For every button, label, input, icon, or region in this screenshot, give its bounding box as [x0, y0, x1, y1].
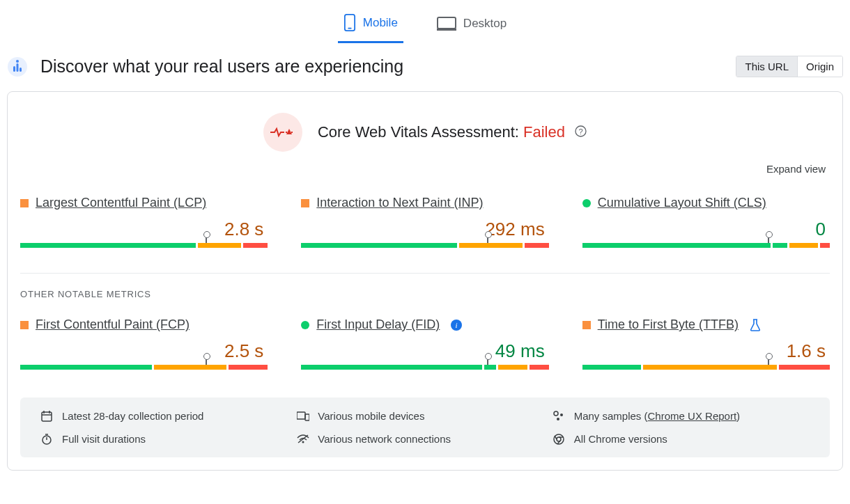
assessment-status: Failed	[523, 123, 565, 141]
svg-rect-20	[297, 412, 305, 419]
assessment-panel: Core Web Vitals Assessment: Failed ? Exp…	[7, 91, 843, 471]
toggle-origin[interactable]: Origin	[797, 56, 842, 77]
foot-samples: Many samples (Chrome UX Report)	[553, 410, 809, 422]
svg-rect-2	[438, 17, 456, 29]
metric-fcp-bar	[20, 365, 268, 370]
metric-fid-bar	[301, 365, 548, 370]
metric-ttfb-value: 1.6 s	[582, 340, 830, 362]
assessment-text: Core Web Vitals Assessment: Failed ?	[318, 123, 587, 141]
tab-desktop[interactable]: Desktop	[431, 7, 512, 43]
metric-fid-label[interactable]: First Input Delay (FID)	[316, 317, 440, 332]
divider	[20, 273, 830, 274]
tab-mobile[interactable]: Mobile	[338, 7, 403, 43]
flask-icon[interactable]	[750, 319, 761, 331]
foot-network: Various network connections	[297, 433, 552, 445]
expand-view-link[interactable]: Expand view	[20, 163, 830, 175]
foot-durations: Full visit durations	[41, 433, 297, 445]
metric-fcp: First Contentful Paint (FCP) 2.5 s	[20, 317, 268, 370]
svg-line-34	[555, 436, 557, 439]
core-metrics-grid: Largest Contentful Paint (LCP) 2.8 s Int…	[20, 196, 830, 248]
discover-icon	[7, 56, 28, 77]
tab-mobile-label: Mobile	[363, 16, 398, 30]
svg-marker-9	[286, 129, 292, 134]
svg-point-8	[16, 60, 19, 63]
marker-icon	[768, 236, 769, 243]
chrome-ux-report-link[interactable]: Chrome UX Report	[648, 410, 737, 422]
metric-inp: Interaction to Next Paint (INP) 292 ms	[301, 196, 548, 248]
svg-point-24	[557, 418, 559, 420]
svg-rect-7	[20, 68, 22, 72]
status-dot-green	[582, 199, 591, 207]
tab-desktop-label: Desktop	[463, 17, 507, 31]
marker-icon	[768, 358, 769, 365]
foot-devices: Various mobile devices	[297, 410, 552, 422]
info-icon[interactable]: i	[451, 320, 462, 331]
metric-lcp-bar	[20, 243, 268, 248]
metric-ttfb-bar	[582, 365, 830, 370]
samples-icon	[553, 411, 566, 422]
status-dot-green	[301, 321, 309, 329]
scope-toggle: This URL Origin	[736, 56, 843, 77]
devices-icon	[297, 411, 309, 421]
footer-info: Latest 28-day collection period Various …	[20, 397, 830, 457]
header-row: Discover what your real users are experi…	[0, 43, 850, 84]
other-metrics-grid: First Contentful Paint (FCP) 2.5 s First…	[20, 317, 830, 370]
failed-badge-icon	[263, 113, 302, 152]
metric-cls: Cumulative Layout Shift (CLS) 0	[582, 196, 830, 248]
svg-text:i: i	[456, 321, 458, 329]
status-square-orange	[582, 321, 591, 329]
metric-inp-value: 292 ms	[301, 219, 548, 240]
metric-inp-label[interactable]: Interaction to Next Paint (INP)	[316, 196, 483, 210]
metric-cls-value: 0	[582, 219, 830, 240]
svg-point-28	[302, 441, 304, 443]
stopwatch-icon	[41, 434, 54, 445]
foot-period: Latest 28-day collection period	[41, 410, 297, 422]
svg-text:?: ?	[579, 127, 583, 136]
metric-cls-label[interactable]: Cumulative Layout Shift (CLS)	[598, 196, 766, 210]
svg-rect-21	[305, 414, 309, 420]
status-square-orange	[301, 199, 309, 207]
marker-icon	[206, 358, 207, 365]
calendar-icon	[41, 411, 54, 422]
svg-point-23	[560, 414, 563, 416]
metric-cls-bar	[582, 243, 830, 248]
metric-fcp-value: 2.5 s	[20, 340, 268, 362]
help-icon[interactable]: ?	[575, 125, 587, 137]
marker-icon	[206, 236, 207, 243]
assessment-label: Core Web Vitals Assessment:	[318, 123, 523, 141]
metric-fcp-label[interactable]: First Contentful Paint (FCP)	[36, 317, 190, 332]
metric-lcp-value: 2.8 s	[20, 219, 268, 240]
metric-lcp: Largest Contentful Paint (LCP) 2.8 s	[20, 196, 268, 248]
svg-rect-3	[437, 29, 456, 31]
svg-rect-6	[17, 63, 19, 72]
metric-lcp-label[interactable]: Largest Contentful Paint (LCP)	[36, 196, 206, 210]
status-square-orange	[20, 321, 29, 329]
toggle-this-url[interactable]: This URL	[736, 56, 797, 77]
status-square-orange	[20, 199, 29, 207]
metric-ttfb: Time to First Byte (TTFB) 1.6 s	[582, 317, 830, 370]
assessment-header: Core Web Vitals Assessment: Failed ?	[20, 113, 830, 152]
svg-rect-1	[348, 28, 351, 29]
metric-ttfb-label[interactable]: Time to First Byte (TTFB)	[598, 317, 739, 332]
svg-point-22	[554, 411, 558, 416]
svg-rect-5	[13, 66, 15, 72]
marker-icon	[487, 236, 488, 243]
metric-fid: First Input Delay (FID)i 49 ms	[301, 317, 548, 370]
metric-inp-bar	[301, 243, 548, 248]
mobile-icon	[343, 14, 356, 31]
foot-versions: All Chrome versions	[553, 433, 809, 445]
desktop-icon	[437, 17, 456, 31]
network-icon	[297, 434, 309, 444]
page-title: Discover what your real users are experi…	[40, 56, 403, 77]
marker-icon	[487, 358, 488, 365]
chrome-icon	[553, 434, 566, 445]
metric-fid-value: 49 ms	[301, 340, 548, 362]
svg-rect-16	[42, 412, 52, 421]
other-metrics-label: OTHER NOTABLE METRICS	[20, 289, 830, 299]
device-tabs: Mobile Desktop	[0, 0, 850, 43]
